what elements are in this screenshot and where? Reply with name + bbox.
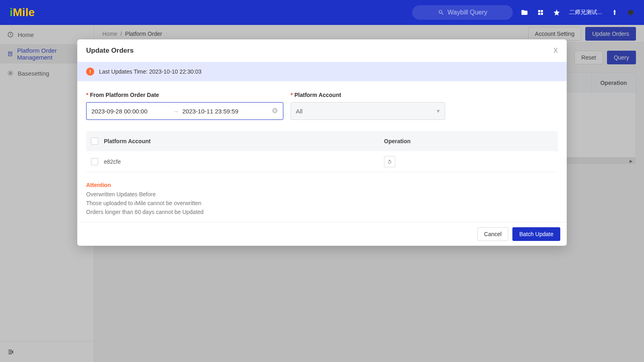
warning-icon: ! bbox=[86, 68, 94, 76]
modal-footer: Cancel Batch Update bbox=[77, 222, 567, 246]
row-refresh-button[interactable] bbox=[384, 156, 395, 167]
account-table-head: Platform Account Operation bbox=[86, 131, 558, 151]
select-all-checkbox[interactable] bbox=[91, 138, 98, 145]
date-end-input[interactable] bbox=[182, 108, 261, 115]
attention-title: Attention bbox=[86, 182, 558, 188]
waybill-search[interactable]: Waybill Query bbox=[412, 5, 513, 20]
arrow-right-icon: → bbox=[173, 108, 179, 115]
svg-point-0 bbox=[628, 10, 634, 15]
batch-update-button[interactable]: Batch Update bbox=[512, 227, 560, 241]
settings-icon[interactable] bbox=[627, 9, 634, 16]
attention-line: Those uploaded to iMile cannot be overwr… bbox=[86, 199, 558, 208]
update-orders-modal: Update Orders X ! Last Updates Time: 202… bbox=[77, 39, 567, 246]
search-placeholder: Waybill Query bbox=[448, 9, 487, 16]
chevron-down-icon: ▾ bbox=[437, 107, 440, 115]
modal-head: Update Orders X bbox=[77, 39, 567, 62]
field-account: *Platform Account All ▾ bbox=[291, 92, 445, 120]
label-account: *Platform Account bbox=[291, 92, 445, 98]
col-account: Platform Account bbox=[104, 138, 384, 144]
modal-body: *From Platform Order Date → *Platform Ac… bbox=[77, 81, 567, 222]
logo: iMile bbox=[10, 6, 35, 19]
field-date: *From Platform Order Date → bbox=[86, 92, 283, 120]
date-start-input[interactable] bbox=[91, 108, 170, 115]
app-header: iMile Waybill Query 二师兄测试... bbox=[0, 0, 644, 25]
star-icon[interactable] bbox=[553, 9, 560, 16]
clear-icon[interactable] bbox=[272, 107, 278, 115]
select-value: All bbox=[296, 108, 303, 115]
row-account-name: e82cfe bbox=[104, 158, 384, 165]
form-row: *From Platform Order Date → *Platform Ac… bbox=[86, 92, 558, 120]
modal-close-button[interactable]: X bbox=[553, 47, 558, 54]
account-select[interactable]: All ▾ bbox=[291, 102, 445, 120]
user-name[interactable]: 二师兄测试... bbox=[569, 9, 602, 16]
header-right: Waybill Query 二师兄测试... bbox=[412, 5, 634, 20]
date-range-input[interactable]: → bbox=[86, 102, 283, 120]
col-operation: Operation bbox=[384, 138, 553, 144]
account-table: Platform Account Operation e82cfe bbox=[86, 131, 558, 172]
cancel-button[interactable]: Cancel bbox=[477, 227, 509, 241]
notification-icon[interactable] bbox=[611, 9, 618, 16]
folder-icon[interactable] bbox=[521, 9, 528, 16]
search-icon bbox=[438, 9, 444, 16]
grid-icon[interactable] bbox=[537, 9, 544, 16]
banner-text: Last Updates Time: 2023-10-10 22:30:03 bbox=[99, 68, 202, 75]
header-icons: 二师兄测试... bbox=[521, 9, 634, 16]
account-row: e82cfe bbox=[86, 151, 558, 172]
attention-line: Orders longer than 60 days cannot be Upd… bbox=[86, 208, 558, 216]
refresh-icon bbox=[387, 159, 392, 165]
row-checkbox[interactable] bbox=[91, 158, 98, 165]
logo-part1: i bbox=[10, 6, 13, 19]
modal-banner: ! Last Updates Time: 2023-10-10 22:30:03 bbox=[77, 62, 567, 81]
logo-part2: Mile bbox=[13, 6, 35, 19]
attention-block: Attention Overwritten Updates Before Tho… bbox=[86, 182, 558, 216]
attention-line: Overwritten Updates Before bbox=[86, 190, 558, 199]
modal-title: Update Orders bbox=[86, 47, 134, 55]
label-date: *From Platform Order Date bbox=[86, 92, 283, 98]
